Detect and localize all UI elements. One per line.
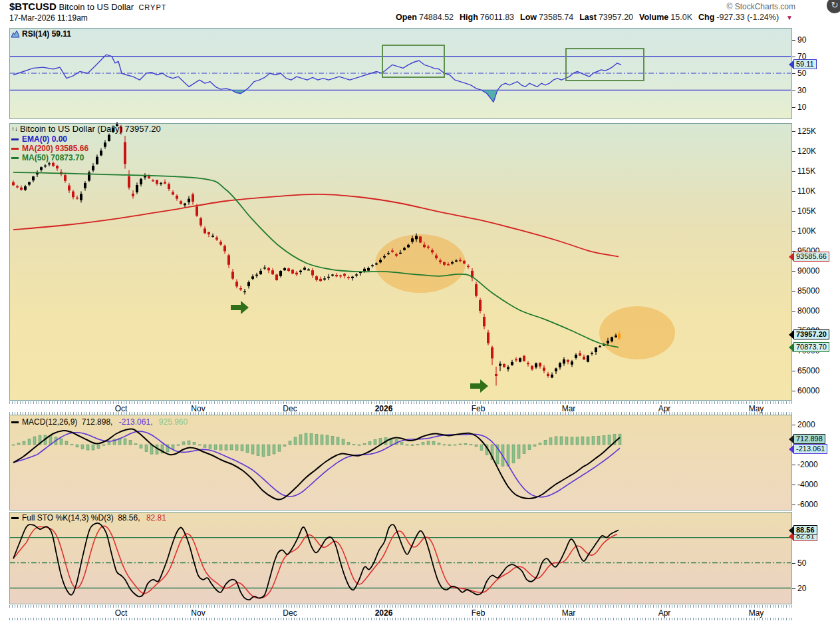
axis-tick-label: 80000 [797,306,819,315]
macd-panel [9,415,792,511]
axis-tick [792,151,795,152]
quote-label: Low [520,13,537,22]
axis-tick-label: 115K [797,166,815,176]
axis-tick-label: 90000 [797,266,819,276]
macd-hist-value: 925.960 [159,417,188,427]
month-label: 2026 [375,608,393,618]
quote-value: 73585.74 [539,13,573,22]
month-label: Dec [283,608,297,618]
axis-tick-label: 85000 [797,286,819,296]
month-label: May [749,608,764,618]
axis-tick-label: -6000 [797,500,818,509]
axis-tick [792,191,795,192]
ma200-label: MA(200) 93585.66 [22,144,88,153]
axis-tick-label: 90 [797,35,806,45]
axis-tick-label: 110K [797,186,815,196]
price-title-label: Bitcoin to US Dollar (Daily) 73957.20 [20,124,161,134]
axis-tick-label: 100K [797,226,816,236]
price-panel [9,123,792,401]
symbol-name: Bitcoin to US Dollar [59,2,134,12]
axis-tick-label: 125K [797,126,816,136]
exchange-tag: CRYPT [138,3,166,11]
axis-tick [792,391,795,391]
sto-legend: Full STO %K(14,3) %D(3) 88.56, 82.81 [11,513,166,522]
price-callout: 93585.66 [793,252,829,262]
quote-label: Volume [639,13,668,22]
month-label: Nov [191,608,205,618]
quote-item: Low73585.74 [520,13,573,22]
axis-tick [792,271,795,272]
month-label: May [749,404,764,413]
date-axis-ticks-bottom-lower [9,618,792,620]
month-label: Nov [191,404,205,413]
ema-swatch [11,138,19,140]
ema-label: EMA(0) 0.00 [22,134,67,144]
chart-datetime: 17-Mar-2026 11:19am [9,13,88,23]
month-label: Mar [562,404,576,413]
axis-tick [792,425,795,425]
axis-tick [792,371,795,371]
price-callout: 88.56 [793,525,817,535]
quote-item: Open74884.52 [396,13,454,22]
quote-label: Chg [698,13,714,22]
axis-tick [792,588,795,589]
price-title: ↑↓ Bitcoin to US Dollar (Daily) 73957.20 [11,124,161,134]
price-callout: 59.11 [793,59,817,69]
copyright: © StockCharts.com [726,2,795,11]
indicator-icon [11,30,20,38]
chart-header: $BTCUSD Bitcoin to US Dollar CRYPT [9,1,167,12]
month-label: Feb [472,608,486,618]
axis-tick [792,563,795,564]
axis-tick [792,485,795,485]
axis-tick-label: 10 [797,103,806,112]
axis-tick [792,211,795,212]
sto-label: Full STO %K(14,3) %D(3) [22,513,116,522]
month-label: Mar [562,608,576,618]
axis-tick [792,107,795,108]
axis-tick-label: 2000 [797,420,815,429]
axis-tick-label: 105K [797,206,816,216]
ma50-swatch [11,157,19,159]
quote-value: 73957.20 [599,13,633,22]
month-label: Feb [472,404,486,413]
axis-tick [792,465,795,465]
axis-tick [792,231,795,232]
month-label: Oct [115,404,128,413]
ma50-label: MA(50) 70873.70 [22,153,84,162]
change-down-icon: ▼ [786,14,793,21]
month-label: 2026 [375,404,393,413]
macd-legend: MACD(12,26,9) 712.898, -213.061, 925.960 [11,417,188,427]
price-callout: 73957.20 [793,329,829,339]
refresh-icon[interactable]: ↻ [827,0,840,13]
sto-swatch [11,517,19,519]
axis-tick-label: 120K [797,146,816,156]
axis-tick [792,57,795,57]
axis-tick [792,171,795,172]
stockcharts-chart-page: { "header": { "symbol": "$BTCUSD", "name… [0,0,840,627]
axis-tick-label: 30 [797,86,806,95]
rsi-legend: RSI(14) 59.11 [11,29,71,39]
axis-tick-label: -4000 [797,480,818,489]
axis-tick [792,505,795,505]
axis-tick-label: 50 [797,558,806,568]
axis-tick [792,91,795,91]
quote-value: 76011.83 [480,13,514,22]
macd-signal-value: -213.061, [119,417,153,427]
macd-value: 712.898, [82,417,113,427]
ma50-legend: MA(50) 70873.70 [11,153,84,162]
quote-row: Open74884.52High76011.83Low73585.74Last7… [396,13,793,22]
quote-label: Open [396,13,417,22]
quote-value: 74884.52 [419,13,454,22]
axis-tick [792,73,795,74]
axis-tick [792,311,795,312]
symbol: $BTCUSD [9,1,57,12]
rsi-legend-label: RSI(14) 59.11 [22,29,71,39]
axis-tick [792,131,795,132]
ma200-legend: MA(200) 93585.66 [11,144,88,153]
quote-label: Last [579,13,597,22]
month-label: Oct [115,608,128,618]
sto-d-value: 82.81 [146,513,166,522]
date-axis-ticks-bottom-upper [9,605,792,608]
axis-tick-label: 20 [797,584,806,593]
sto-panel [9,512,792,604]
